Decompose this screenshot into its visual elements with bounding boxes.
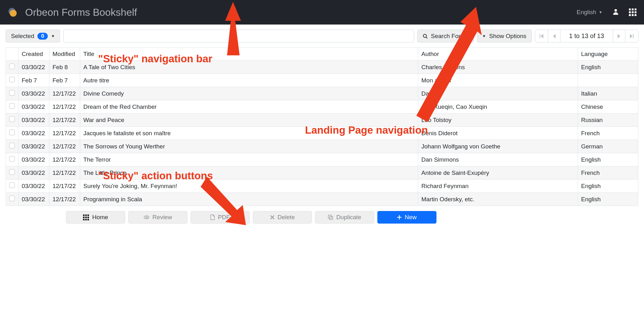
col-title[interactable]: Title [80,48,418,61]
search-icon [423,34,428,39]
cell-author: Dante [418,87,578,100]
table-row[interactable]: 03/30/2212/17/22The Little PrinceAntoine… [6,166,638,180]
table-row[interactable]: Feb 7Feb 7Autre titreMon auteur [6,74,638,87]
duplicate-label: Duplicate [336,214,361,221]
cell-author: Mon auteur [418,74,578,87]
cell-author: Richard Feynman [418,180,578,193]
cell-modified: 12/17/22 [49,100,80,114]
cell-modified: 12/17/22 [49,153,80,166]
language-select[interactable]: English ▼ [577,9,602,16]
pdf-label: PDF [218,214,230,221]
last-page-icon [630,34,634,38]
selected-dropdown[interactable]: Selected 0 ▼ [6,30,60,42]
svg-marker-9 [618,34,620,38]
col-modified[interactable]: Modified [49,48,80,61]
cell-created: 03/30/22 [19,114,49,127]
row-checkbox[interactable] [9,143,15,148]
row-checkbox-cell [6,166,19,180]
row-checkbox-cell [6,100,19,114]
cell-language: Italian [578,87,638,100]
cell-language: Russian [578,114,638,127]
pager: 1 to 13 of 13 [535,30,638,42]
pager-last[interactable] [625,30,638,42]
eye-icon [144,215,149,219]
home-label: Home [92,214,108,221]
row-checkbox[interactable] [9,182,15,188]
pager-prev[interactable] [548,30,560,42]
cell-author: Johann Wolfgang von Goethe [418,140,578,153]
cell-author: Leo Tolstoy [418,114,578,127]
svg-marker-8 [553,34,556,38]
row-checkbox-cell [6,153,19,166]
cell-author: Dan Simmons [418,153,578,166]
table-row[interactable]: 03/30/2212/17/22Programming in ScalaMart… [6,193,638,206]
row-checkbox[interactable] [9,116,15,122]
table-row[interactable]: 03/30/2212/17/22Surely You're Joking, Mr… [6,180,638,193]
table-row[interactable]: 03/30/2212/17/22The Sorrows of Young Wer… [6,140,638,153]
cell-author: Cao Xueqin, Cao Xueqin [418,100,578,114]
cell-modified: 12/17/22 [49,166,80,180]
cell-title: The Little Prince [80,166,418,180]
row-checkbox-cell [6,87,19,100]
pager-next[interactable] [613,30,625,42]
table-row[interactable]: 03/30/22Feb 8A Tale of Two CitiesCharles… [6,61,638,74]
table-row[interactable]: 03/30/2212/17/22The TerrorDan SimmonsEng… [6,153,638,166]
cell-language [578,74,638,87]
cell-title: Programming in Scala [80,193,418,206]
cell-modified: 12/17/22 [49,127,80,140]
home-button[interactable]: Home [66,211,125,224]
pdf-button[interactable]: PDF [191,211,250,224]
review-button[interactable]: Review [128,211,187,224]
cell-language: English [578,193,638,206]
apps-grid-icon[interactable] [629,8,636,16]
table-row[interactable]: 03/30/2212/17/22Jacques le fataliste et … [6,127,638,140]
svg-line-5 [426,37,427,38]
cell-language: Chinese [578,100,638,114]
caret-down-icon: ▼ [51,34,55,38]
row-checkbox[interactable] [9,77,15,82]
row-checkbox[interactable] [9,156,15,162]
duplicate-button[interactable]: Duplicate [315,211,374,224]
plus-icon [397,215,402,219]
new-button[interactable]: New [377,211,436,224]
delete-button[interactable]: Delete [253,211,312,224]
search-input[interactable] [63,30,414,42]
cell-created: Feb 7 [19,74,49,87]
cell-modified: 12/17/22 [49,114,80,127]
table-row[interactable]: 03/30/2212/17/22Dream of the Red Chamber… [6,100,638,114]
user-icon[interactable] [613,8,619,16]
toolbar: Selected 0 ▼ Search Forms ▼ Show Options… [0,25,644,47]
cell-title: A Tale of Two Cities [80,61,418,74]
cell-modified: 12/17/22 [49,140,80,153]
cell-modified: 12/17/22 [49,87,80,100]
table-row[interactable]: 03/30/2212/17/22War and PeaceLeo Tolstoy… [6,114,638,127]
row-checkbox[interactable] [9,196,15,201]
table-row[interactable]: 03/30/2212/17/22Divine ComedyDanteItalia… [6,87,638,100]
row-checkbox[interactable] [9,130,15,135]
caret-down-icon: ▼ [599,10,602,14]
row-checkbox-cell [6,74,19,87]
row-checkbox[interactable] [9,169,15,175]
table-header-row: Created Modified Title Author Language [6,48,638,61]
pager-first[interactable] [535,30,548,42]
cell-created: 03/30/22 [19,140,49,153]
col-author[interactable]: Author [418,48,578,61]
selected-label: Selected [11,33,34,40]
show-options-button[interactable]: ▼ Show Options [477,30,532,42]
search-button[interactable]: Search Forms [417,30,474,42]
col-created[interactable]: Created [19,48,49,61]
cell-title: The Terror [80,153,418,166]
svg-rect-16 [330,216,333,219]
cell-modified: Feb 7 [49,74,80,87]
search-button-label: Search Forms [431,33,468,40]
cell-language: English [578,180,638,193]
cell-language: German [578,140,638,153]
svg-rect-6 [540,34,540,38]
col-language[interactable]: Language [578,48,638,61]
svg-point-4 [423,34,426,37]
row-checkbox[interactable] [9,103,15,109]
cell-modified: 12/17/22 [49,180,80,193]
row-checkbox[interactable] [9,64,15,69]
row-checkbox[interactable] [9,90,15,96]
file-icon [210,214,215,220]
